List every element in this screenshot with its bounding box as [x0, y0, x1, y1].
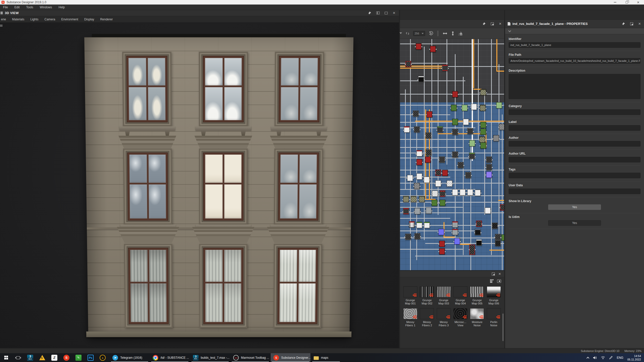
- graph-node-dark[interactable]: [413, 111, 419, 117]
- graph-node-red-tall[interactable]: [469, 245, 475, 255]
- graph-node-gray[interactable]: [426, 208, 431, 214]
- graph-node-red[interactable]: [439, 248, 445, 254]
- library-item[interactable]: GrungeMap 001: [403, 286, 418, 305]
- graph-node-black[interactable]: [475, 229, 480, 235]
- texture-thumbnail[interactable]: [470, 286, 484, 297]
- graph-node-red[interactable]: [430, 46, 436, 52]
- graph-node-dark-green[interactable]: [469, 153, 475, 159]
- graph-node-red[interactable]: [439, 241, 445, 247]
- graph-node-dark[interactable]: [465, 172, 471, 178]
- library-item[interactable]: GrungeMap 002: [419, 286, 435, 305]
- graph-node-red[interactable]: [417, 159, 422, 165]
- graph-node-dark[interactable]: [405, 234, 411, 240]
- field-input[interactable]: [509, 125, 640, 131]
- graph-node-olive[interactable]: [411, 196, 416, 202]
- properties-collapse-row[interactable]: [505, 28, 644, 34]
- field-input[interactable]: [509, 189, 640, 194]
- field-input[interactable]: [509, 109, 640, 115]
- menu-item-file[interactable]: File: [3, 6, 8, 9]
- graph-node-dark-red[interactable]: [442, 65, 448, 71]
- library-item[interactable]: MessyFibers 1: [403, 308, 418, 327]
- pinned-app-toolbag[interactable]: S: [36, 353, 48, 362]
- 3d-menu-item-environment[interactable]: Environment: [61, 18, 78, 21]
- graph-node-white-tex[interactable]: [447, 180, 452, 187]
- library-item[interactable]: MoistureNoise: [469, 308, 485, 327]
- graph-node-white-green[interactable]: [417, 222, 422, 228]
- taskbar-app-marmoset-toolbag-[interactable]: Marmoset Toolbag ...: [230, 353, 270, 362]
- pinned-app-substance[interactable]: S: [60, 353, 72, 362]
- graph-node-dark[interactable]: [426, 132, 431, 139]
- graph-node-red-tex[interactable]: [500, 204, 504, 210]
- graph-node-olive[interactable]: [479, 137, 485, 143]
- graph-node-red[interactable]: [416, 43, 421, 50]
- graph-node-white-tex[interactable]: [432, 191, 438, 197]
- language-indicator[interactable]: ENG: [617, 356, 623, 359]
- close-panel-icon[interactable]: ✕: [498, 272, 501, 276]
- graph-node-dark[interactable]: [486, 157, 492, 163]
- graph-node-olive[interactable]: [480, 105, 486, 111]
- graph-node-gray-red[interactable]: [452, 229, 458, 235]
- library-item[interactable]: GrungeMap 004: [453, 286, 468, 305]
- taskbar-app-substance-designer-[interactable]: SSubstance Designer...: [271, 353, 310, 362]
- graph-node-green-lt[interactable]: [469, 140, 475, 146]
- close-panel-icon[interactable]: ✕: [638, 22, 641, 25]
- minimize-button[interactable]: [609, 0, 621, 5]
- taskbar-app-builds-test-7-max-[interactable]: 3MAXbuilds_test_7.max -...: [190, 353, 230, 362]
- dock-icon[interactable]: [492, 273, 495, 276]
- library-item[interactable]: GrungeMap 006: [486, 286, 502, 305]
- graph-node-gray-red[interactable]: [452, 221, 458, 228]
- close-button[interactable]: ✕: [632, 0, 644, 5]
- graph-node-dark[interactable]: [414, 126, 420, 132]
- taskbar-app--td-substance-[interactable]: /td/ - SUBSTANCE ...: [150, 353, 190, 362]
- output-size-dropdown[interactable]: 256: [413, 31, 425, 36]
- graph-node-green[interactable]: [451, 105, 457, 111]
- graph-node-dark-green[interactable]: [437, 126, 443, 132]
- graph-node-red[interactable]: [452, 91, 458, 97]
- graph-node-white[interactable]: [463, 119, 469, 125]
- dock-icon[interactable]: [630, 22, 633, 25]
- graph-node-white[interactable]: [475, 190, 480, 196]
- pinned-app-zbrush[interactable]: Z: [48, 353, 60, 362]
- node-graph-canvas[interactable]: [400, 39, 504, 270]
- graph-node-dark[interactable]: [452, 152, 458, 158]
- 3d-menu-item-display[interactable]: Display: [84, 18, 94, 21]
- graph-node-white[interactable]: [424, 177, 429, 183]
- texture-thumbnail[interactable]: [420, 286, 434, 297]
- graph-node-green-lt[interactable]: [496, 102, 502, 108]
- library-item[interactable]: PerlinNoise: [486, 308, 502, 327]
- grid-view-icon[interactable]: [490, 279, 494, 283]
- taskbar-app-telegram-1916-[interactable]: Telegram (1916): [110, 353, 149, 362]
- wifi-icon[interactable]: [601, 356, 605, 359]
- texture-thumbnail[interactable]: [403, 286, 417, 297]
- graph-node-white-green[interactable]: [424, 222, 430, 228]
- graph-node-white[interactable]: [467, 189, 473, 195]
- graph-node-dark[interactable]: [467, 128, 473, 134]
- start-button[interactable]: [0, 353, 12, 362]
- toggle-button[interactable]: Yes: [548, 220, 601, 226]
- graph-node-dark[interactable]: [452, 129, 458, 135]
- task-view-button[interactable]: [12, 353, 24, 362]
- graph-node-green[interactable]: [440, 200, 445, 206]
- library-item[interactable]: Microsc...View: [453, 308, 468, 327]
- graph-node-red[interactable]: [427, 111, 432, 117]
- pin-icon[interactable]: [368, 11, 371, 15]
- graph-node-gray[interactable]: [415, 208, 420, 214]
- graph-node-dark-red[interactable]: [403, 208, 409, 214]
- library-scrollbar[interactable]: [502, 313, 504, 341]
- graph-node-white[interactable]: [485, 208, 491, 214]
- graph-node-dark[interactable]: [495, 234, 501, 240]
- field-input[interactable]: [509, 173, 640, 178]
- pinned-app-ps[interactable]: Ps: [85, 353, 97, 362]
- field-textarea[interactable]: [509, 74, 640, 99]
- graph-node-gray-tex[interactable]: [499, 124, 504, 130]
- graph-node-mono[interactable]: [418, 76, 424, 82]
- graph-node-gray-tex[interactable]: [493, 135, 499, 141]
- texture-thumbnail[interactable]: [403, 308, 417, 319]
- pin-icon[interactable]: [622, 22, 625, 26]
- dropdown-caret-icon[interactable]: [399, 32, 402, 34]
- close-panel-icon[interactable]: ✕: [393, 11, 395, 15]
- 3d-menu-item-materials[interactable]: Materials: [12, 18, 24, 21]
- graph-node-green[interactable]: [480, 129, 486, 135]
- graph-node-green[interactable]: [480, 122, 486, 128]
- link-horizontal-icon[interactable]: [442, 32, 448, 35]
